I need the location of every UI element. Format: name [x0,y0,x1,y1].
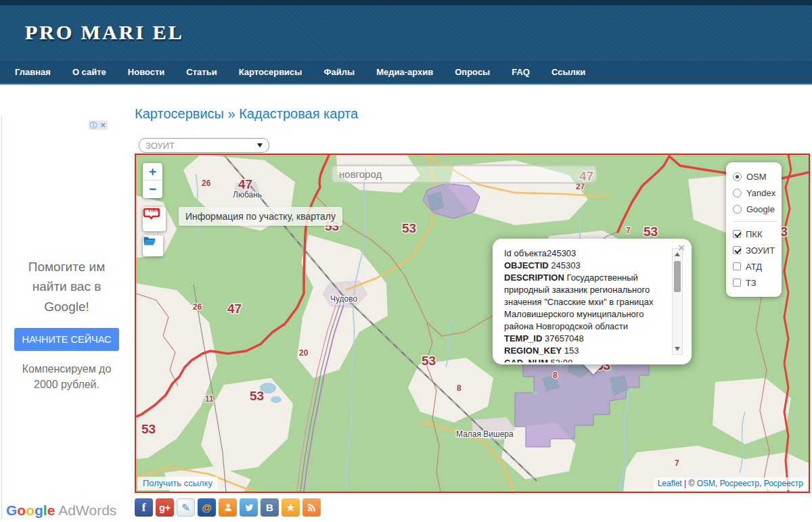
get-link-button[interactable]: Получить ссылку [137,477,218,490]
base-layer-label: Google [746,204,775,214]
zoom-out-button[interactable]: − [143,181,162,198]
popup-field-value: 53:08 [548,358,572,362]
attribution-text: | © [682,479,697,488]
popup-field-value: 153 [562,346,579,356]
logo-letter: G [6,502,17,519]
nav-item-about[interactable]: О сайте [62,67,117,77]
rss-icon[interactable] [302,498,321,517]
nav-item-files[interactable]: Файлы [313,67,365,77]
radio-icon[interactable] [733,205,742,214]
svg-text:26: 26 [193,302,202,312]
mailru-icon[interactable]: @ [198,498,216,517]
logo-letter: o [26,502,35,519]
content-area: ⓘ ✕ Помогите им найти вас в Google! НАЧН… [0,106,812,522]
livejournal-icon[interactable]: ✎ [177,498,195,517]
base-layer-yandex[interactable]: Yandex [733,185,777,201]
osm-link[interactable]: OSM [697,479,715,488]
svg-text:7: 7 [675,458,679,468]
nav-item-news[interactable]: Новости [117,67,176,77]
ad-info-icon[interactable]: ⓘ [89,120,98,130]
popup-field-label: OBJECTID [504,260,549,270]
google-adwords-logo[interactable]: Google AdWords [6,502,116,519]
popup-field-value: 245303 [547,248,576,258]
svg-text:Малая Вишера: Малая Вишера [456,429,514,439]
svg-text:53: 53 [422,354,436,368]
nav-item-map-services[interactable]: Картосервисы [228,67,313,77]
favorites-star-icon[interactable]: ★ [281,498,300,517]
overlay-atd[interactable]: АТД [733,258,777,275]
popup-field-label: TEMP_ID [504,333,542,343]
pkk-info-button[interactable]: ПКК [143,207,166,231]
odnoklassniki-icon[interactable] [219,498,237,517]
logo-letter: o [17,502,26,519]
vkontakte-icon[interactable]: В [261,498,279,517]
site-header: PRO MARI EL [0,5,812,60]
radio-icon[interactable] [733,189,742,197]
nav-item-faq[interactable]: FAQ [501,67,541,77]
checkbox-icon[interactable] [733,246,741,254]
svg-text:47: 47 [227,302,242,316]
popup-field-label: REGION_KEY [504,346,562,356]
google-plus-icon[interactable]: g+ [156,498,174,517]
base-layer-osm[interactable]: OSM [733,168,777,185]
leaflet-link[interactable]: Leaflet [658,479,682,488]
layers-separator [733,221,777,222]
adchoices: ⓘ ✕ [89,120,108,130]
nav-item-polls[interactable]: Опросы [444,67,501,77]
popup-scrollbar[interactable] [672,248,683,355]
nav-item-media-archive[interactable]: Медиа-архив [365,67,444,77]
svg-text:Чудово: Чудово [330,294,358,304]
popup-field-label: CAD_NUM [504,358,548,362]
zoom-in-button[interactable]: + [143,163,162,181]
ad-sidebar: ⓘ ✕ Помогите им найти вас в Google! НАЧН… [1,117,131,520]
site-logo: PRO MARI EL [25,21,184,44]
pkk-tooltip: Информация по участку, кварталу [179,207,342,226]
main-nav: Главная О сайте Новости Статьи Картосерв… [0,60,812,85]
layer-select-value: ЗОУИТ [145,141,175,151]
popup-field-label: DESCRIPTION [504,272,564,283]
open-layers-button[interactable] [143,235,163,256]
popup-close-icon[interactable]: × [678,242,685,254]
svg-text:53: 53 [250,389,264,403]
popup-content: Id объекта245303 OBJECTID 245303 DESCRIP… [504,247,664,362]
ad-cta-button[interactable]: НАЧНИТЕ СЕЙЧАС [14,328,118,351]
popup-field-value: 245303 [549,260,581,270]
overlay-label: ПКК [746,229,763,239]
base-layer-google[interactable]: Google [733,201,777,217]
layers-control: OSM Yandex Google ПКК ЗОУИТ [726,162,782,297]
ad-close-icon[interactable]: ✕ [98,120,108,130]
checkbox-icon[interactable] [733,230,741,238]
map-container[interactable]: 26 47 Любань 20 53 53 47 27 7 53 53 26 4… [135,153,810,493]
nav-item-links[interactable]: Ссылки [541,67,596,77]
radio-icon[interactable] [733,172,742,181]
search-input[interactable] [332,168,596,180]
rosreestr-link[interactable]: Росреестр [720,479,759,488]
twitter-icon[interactable] [240,498,258,517]
scroll-down-icon[interactable] [673,345,682,354]
facebook-icon[interactable]: f [135,498,153,517]
map-search-box [330,164,598,184]
logo-letter: g [35,502,43,519]
nav-item-home[interactable]: Главная [15,67,62,77]
popup-field-value: 37657048 [542,333,583,343]
chevron-down-icon [257,143,263,147]
overlay-pkk[interactable]: ПКК [733,226,777,242]
top-strip [0,0,812,5]
ad-subtext: Компенсируем до 2000 рублей. [13,362,121,392]
scroll-thumb[interactable] [674,261,681,292]
overlay-label: ЗОУИТ [746,245,775,256]
breadcrumb-section-link[interactable]: Картосервисы [135,106,224,121]
svg-text:53: 53 [644,224,658,239]
checkbox-icon[interactable] [733,262,741,270]
nav-item-articles[interactable]: Статьи [175,67,227,77]
overlay-label: ТЗ [746,278,757,288]
main-column: Картосервисы » Кадастровая карта ЗОУИТ [135,106,812,517]
rosreestr-link[interactable]: Росреестр [764,479,803,488]
layer-select-dropdown[interactable]: ЗОУИТ [139,138,269,153]
checkbox-icon[interactable] [733,279,741,287]
base-layer-label: OSM [746,172,767,182]
folder-icon [143,235,156,246]
page-title: Кадастровая карта [239,106,358,121]
overlay-zouit[interactable]: ЗОУИТ [733,242,777,258]
overlay-tz[interactable]: ТЗ [733,275,777,291]
